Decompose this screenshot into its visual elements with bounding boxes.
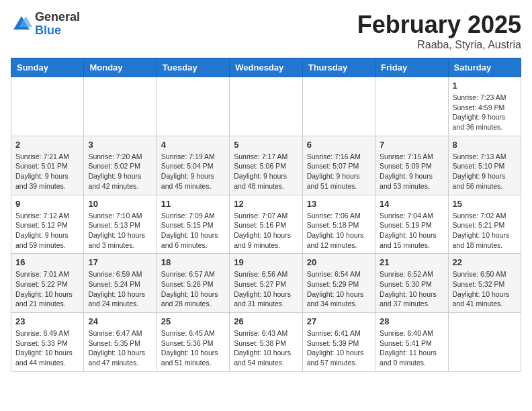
calendar-cell: 3Sunrise: 7:20 AM Sunset: 5:02 PM Daylig…	[84, 136, 157, 195]
day-info: Sunrise: 7:20 AM Sunset: 5:02 PM Dayligh…	[88, 152, 152, 191]
calendar-header-sunday: Sunday	[11, 58, 84, 77]
calendar-cell	[375, 77, 448, 136]
calendar-cell: 20Sunrise: 6:54 AM Sunset: 5:29 PM Dayli…	[302, 254, 375, 313]
day-info: Sunrise: 7:12 AM Sunset: 5:12 PM Dayligh…	[15, 211, 79, 250]
calendar-week-1: 1Sunrise: 7:23 AM Sunset: 4:59 PM Daylig…	[11, 77, 521, 136]
day-info: Sunrise: 6:52 AM Sunset: 5:30 PM Dayligh…	[380, 269, 443, 309]
day-info: Sunrise: 6:50 AM Sunset: 5:32 PM Dayligh…	[453, 269, 517, 309]
day-number: 23	[15, 316, 79, 326]
month-title: February 2025	[357, 11, 521, 39]
title-block: February 2025 Raaba, Styria, Austria	[357, 11, 521, 51]
day-number: 22	[453, 257, 517, 267]
calendar-header-monday: Monday	[84, 58, 157, 77]
day-info: Sunrise: 6:47 AM Sunset: 5:35 PM Dayligh…	[88, 328, 152, 368]
day-info: Sunrise: 7:01 AM Sunset: 5:22 PM Dayligh…	[15, 269, 79, 309]
logo-text: General Blue	[35, 11, 80, 38]
calendar-cell: 27Sunrise: 6:41 AM Sunset: 5:39 PM Dayli…	[302, 313, 375, 372]
calendar-cell	[302, 77, 375, 136]
day-number: 2	[15, 140, 79, 150]
day-number: 24	[88, 316, 152, 326]
day-number: 16	[15, 257, 79, 267]
day-number: 6	[307, 140, 371, 150]
day-number: 15	[453, 199, 517, 209]
day-number: 19	[234, 257, 298, 267]
calendar-cell: 5Sunrise: 7:17 AM Sunset: 5:06 PM Daylig…	[230, 136, 302, 195]
calendar-cell: 22Sunrise: 6:50 AM Sunset: 5:32 PM Dayli…	[448, 254, 521, 313]
calendar-cell	[230, 77, 302, 136]
calendar-header-wednesday: Wednesday	[230, 58, 302, 77]
day-number: 27	[307, 316, 371, 326]
calendar-cell: 12Sunrise: 7:07 AM Sunset: 5:16 PM Dayli…	[230, 195, 302, 254]
day-info: Sunrise: 6:49 AM Sunset: 5:33 PM Dayligh…	[15, 328, 79, 368]
day-number: 5	[234, 140, 298, 150]
calendar-header-friday: Friday	[375, 58, 448, 77]
day-number: 14	[380, 199, 443, 209]
day-number: 18	[161, 257, 225, 267]
calendar-cell	[84, 77, 157, 136]
calendar-cell: 10Sunrise: 7:10 AM Sunset: 5:13 PM Dayli…	[84, 195, 157, 254]
calendar-cell: 1Sunrise: 7:23 AM Sunset: 4:59 PM Daylig…	[448, 77, 521, 136]
day-number: 8	[453, 140, 517, 150]
day-info: Sunrise: 7:21 AM Sunset: 5:01 PM Dayligh…	[15, 152, 79, 191]
day-info: Sunrise: 7:23 AM Sunset: 4:59 PM Dayligh…	[453, 93, 517, 132]
day-info: Sunrise: 7:16 AM Sunset: 5:07 PM Dayligh…	[307, 152, 371, 191]
calendar-cell: 24Sunrise: 6:47 AM Sunset: 5:35 PM Dayli…	[84, 313, 157, 372]
day-number: 4	[161, 140, 225, 150]
calendar-week-3: 9Sunrise: 7:12 AM Sunset: 5:12 PM Daylig…	[11, 195, 521, 254]
logo-blue: Blue	[35, 24, 80, 38]
day-info: Sunrise: 6:40 AM Sunset: 5:41 PM Dayligh…	[380, 328, 443, 368]
calendar-cell: 21Sunrise: 6:52 AM Sunset: 5:30 PM Dayli…	[375, 254, 448, 313]
day-number: 13	[307, 199, 371, 209]
day-number: 7	[380, 140, 443, 150]
logo: General Blue	[11, 11, 80, 38]
day-number: 21	[380, 257, 443, 267]
day-info: Sunrise: 6:59 AM Sunset: 5:24 PM Dayligh…	[88, 269, 152, 309]
day-info: Sunrise: 7:02 AM Sunset: 5:21 PM Dayligh…	[453, 211, 517, 250]
calendar-table: SundayMondayTuesdayWednesdayThursdayFrid…	[11, 58, 521, 372]
day-info: Sunrise: 7:19 AM Sunset: 5:04 PM Dayligh…	[161, 152, 225, 191]
calendar-header-tuesday: Tuesday	[157, 58, 229, 77]
calendar-cell: 6Sunrise: 7:16 AM Sunset: 5:07 PM Daylig…	[302, 136, 375, 195]
calendar-cell: 15Sunrise: 7:02 AM Sunset: 5:21 PM Dayli…	[448, 195, 521, 254]
day-info: Sunrise: 7:04 AM Sunset: 5:19 PM Dayligh…	[380, 211, 443, 250]
day-number: 20	[307, 257, 371, 267]
day-info: Sunrise: 6:43 AM Sunset: 5:38 PM Dayligh…	[234, 328, 298, 368]
calendar-header-row: SundayMondayTuesdayWednesdayThursdayFrid…	[11, 58, 521, 77]
calendar-cell: 8Sunrise: 7:13 AM Sunset: 5:10 PM Daylig…	[448, 136, 521, 195]
calendar-week-5: 23Sunrise: 6:49 AM Sunset: 5:33 PM Dayli…	[11, 313, 521, 372]
day-info: Sunrise: 7:07 AM Sunset: 5:16 PM Dayligh…	[234, 211, 298, 250]
day-number: 10	[88, 199, 152, 209]
calendar-week-2: 2Sunrise: 7:21 AM Sunset: 5:01 PM Daylig…	[11, 136, 521, 195]
calendar-cell: 25Sunrise: 6:45 AM Sunset: 5:36 PM Dayli…	[157, 313, 229, 372]
day-info: Sunrise: 7:15 AM Sunset: 5:09 PM Dayligh…	[380, 152, 443, 191]
day-info: Sunrise: 7:13 AM Sunset: 5:10 PM Dayligh…	[453, 152, 517, 191]
calendar-cell: 17Sunrise: 6:59 AM Sunset: 5:24 PM Dayli…	[84, 254, 157, 313]
calendar-cell: 16Sunrise: 7:01 AM Sunset: 5:22 PM Dayli…	[11, 254, 84, 313]
day-number: 3	[88, 140, 152, 150]
calendar-cell: 4Sunrise: 7:19 AM Sunset: 5:04 PM Daylig…	[157, 136, 229, 195]
day-info: Sunrise: 7:06 AM Sunset: 5:18 PM Dayligh…	[307, 211, 371, 250]
calendar-cell	[448, 313, 521, 372]
calendar-cell: 23Sunrise: 6:49 AM Sunset: 5:33 PM Dayli…	[11, 313, 84, 372]
day-number: 1	[453, 81, 517, 91]
calendar-header-saturday: Saturday	[448, 58, 521, 77]
day-number: 12	[234, 199, 298, 209]
day-number: 9	[15, 199, 79, 209]
day-info: Sunrise: 6:45 AM Sunset: 5:36 PM Dayligh…	[161, 328, 225, 368]
day-info: Sunrise: 7:10 AM Sunset: 5:13 PM Dayligh…	[88, 211, 152, 250]
calendar-cell: 7Sunrise: 7:15 AM Sunset: 5:09 PM Daylig…	[375, 136, 448, 195]
calendar-cell	[11, 77, 84, 136]
day-info: Sunrise: 6:54 AM Sunset: 5:29 PM Dayligh…	[307, 269, 371, 309]
day-number: 25	[161, 316, 225, 326]
location: Raaba, Styria, Austria	[357, 39, 521, 51]
day-info: Sunrise: 6:57 AM Sunset: 5:26 PM Dayligh…	[161, 269, 225, 309]
calendar-cell: 13Sunrise: 7:06 AM Sunset: 5:18 PM Dayli…	[302, 195, 375, 254]
calendar-cell: 14Sunrise: 7:04 AM Sunset: 5:19 PM Dayli…	[375, 195, 448, 254]
logo-general: General	[35, 11, 80, 24]
calendar-cell	[157, 77, 229, 136]
day-number: 26	[234, 316, 298, 326]
calendar-week-4: 16Sunrise: 7:01 AM Sunset: 5:22 PM Dayli…	[11, 254, 521, 313]
day-info: Sunrise: 7:17 AM Sunset: 5:06 PM Dayligh…	[234, 152, 298, 191]
calendar-cell: 2Sunrise: 7:21 AM Sunset: 5:01 PM Daylig…	[11, 136, 84, 195]
page-header: General Blue February 2025 Raaba, Styria…	[11, 11, 521, 51]
